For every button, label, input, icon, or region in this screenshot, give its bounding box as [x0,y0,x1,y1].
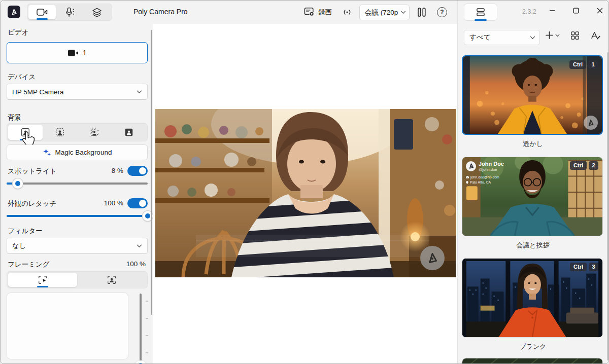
presets-scrollbar[interactable] [607,52,608,360]
key-badge: 2 [589,161,598,170]
maximize-button[interactable] [564,1,588,21]
top-toolbar: Poly Camera Pro 録画 会議 (720p [1,1,457,24]
overlay-email: john.doe@hp.com [470,175,499,180]
sparkles-icon [43,148,51,157]
poly-logo-icon [587,119,595,127]
chevron-down-icon [137,244,142,248]
preset-image-chalkboard [462,358,602,364]
background-mode-group [7,123,148,141]
toggle-knob [139,200,146,207]
retouch-slider[interactable] [7,215,148,217]
preset-thumbnail[interactable] [462,358,603,364]
shortcut-badges: Ctrl 3 [570,263,598,271]
presets-panel-toggle[interactable] [464,4,497,21]
poly-logo-icon [10,8,18,16]
key-badge: 1 [588,60,598,69]
preset-thumbnail[interactable]: Ctrl 3 [462,258,603,338]
panel-toggle-selected-indicator [475,19,487,21]
preset-card-meeting[interactable]: John Doe @john.doe john.doe@hp.com Palo … [462,157,604,250]
meeting-mode-select[interactable]: 会議 (720p [359,5,410,20]
spotlight-toggle[interactable] [127,166,148,176]
plus-icon [545,31,554,40]
presets-panel: すべて [457,24,609,364]
help-button[interactable]: ? [437,5,447,20]
filter-select[interactable]: なし [7,238,148,254]
retouch-value: 100 % [104,199,123,207]
camera-1-button[interactable]: 1 [7,42,148,63]
mode-tab-group [27,4,112,21]
ctrl-badge: Ctrl [570,161,587,170]
background-selected-indicator [20,139,31,140]
overlay-handle: @john.doe [479,167,504,172]
presets-filter-select[interactable]: すべて [464,30,540,45]
preset-caption: 会議と挨拶 [462,241,604,250]
rename-preset-button[interactable] [591,31,601,40]
camera-preview [155,109,456,277]
pause-stream-button[interactable] [418,5,426,20]
layers-icon [92,8,102,17]
preset-thumbnail[interactable]: John Doe @john.doe john.doe@hp.com Palo … [462,157,603,236]
spotlight-slider[interactable] [7,183,148,185]
grid-icon [570,31,580,40]
chevron-down-icon [137,90,142,94]
zoom-tick [146,301,148,302]
microphone-icon [64,7,75,17]
preset-card-blank[interactable]: Ctrl 3 ブランク [462,258,604,351]
record-button[interactable]: 録画 [304,5,332,20]
frame-cursor-icon [38,275,48,285]
maximize-icon [573,8,579,14]
close-icon [597,8,603,14]
settings-sidebar: ビデオ 1 デバイス HP 5MP Camera 背景 [1,24,153,364]
minimize-button[interactable] [540,1,564,21]
email-icon [466,176,469,178]
person-plain-icon [20,127,30,137]
rename-pen-icon [591,31,601,40]
background-blur-button[interactable] [77,125,112,140]
preset-thumbnail[interactable]: Ctrl 1 [462,55,603,135]
shortcut-badges: Ctrl 1 [569,60,598,69]
tab-scenes[interactable] [83,5,111,19]
background-image-button[interactable] [112,125,146,140]
zoom-tick [146,335,148,336]
camera-preview-image [155,109,456,277]
tab-audio[interactable] [56,5,83,19]
sidebar-scrollbar[interactable] [151,30,152,315]
broadcast-button[interactable] [342,5,353,20]
framing-manual-button[interactable] [8,273,77,287]
person-solid-card-icon [124,127,134,137]
chevron-down-icon [530,36,535,40]
zoom-tick [146,352,148,353]
name-card-overlay: John Doe @john.doe john.doe@hp.com Palo … [466,161,504,186]
pause-icon [418,8,426,17]
person-blur-icon [89,127,99,137]
minimize-icon [549,8,555,14]
framing-auto-button[interactable] [77,273,146,287]
zoom-tick [146,318,148,319]
framing-preview-area[interactable] [7,293,128,359]
magic-background-button[interactable]: Magic Background [7,144,148,160]
zoom-slider-thumb[interactable] [134,360,147,364]
overlay-location: Palo Alto, CA [470,180,491,186]
add-preset-button[interactable] [545,31,560,40]
close-button[interactable] [588,1,609,21]
toggle-knob [139,167,146,174]
spotlight-value: 8 % [112,167,123,174]
ctrl-badge: Ctrl [570,263,587,271]
slider-thumb[interactable] [13,178,23,189]
help-icon: ? [437,7,447,17]
preset-card-watermark[interactable]: Ctrl 1 透かし [462,55,604,149]
background-none-button[interactable] [8,125,43,140]
retouch-toggle[interactable] [127,198,148,208]
filter-label: フィルター [8,227,43,236]
preset-card-partial[interactable] [462,358,604,364]
autoframe-person-icon [107,275,117,285]
grid-view-button[interactable] [570,31,580,40]
framing-zoom-slider[interactable] [136,294,149,364]
panel-list-icon [476,8,486,17]
spotlight-label: スポットライト [8,167,57,176]
device-select[interactable]: HP 5MP Camera [7,84,148,100]
app-title: Poly Camera Pro [133,8,188,16]
background-frame-button[interactable] [43,125,77,140]
tab-video[interactable] [28,5,56,19]
presets-filter-value: すべて [469,33,530,42]
